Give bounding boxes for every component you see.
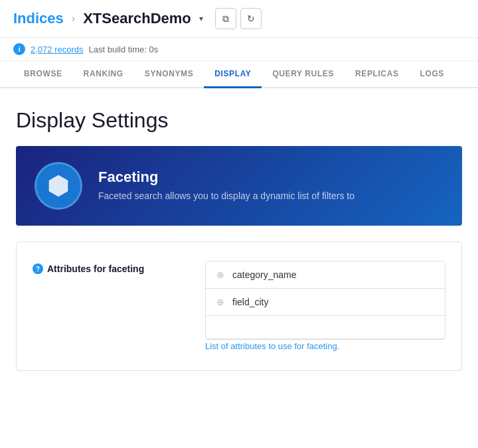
indices-breadcrumb[interactable]: Indices: [13, 10, 64, 27]
attribute-name-2: field_city: [232, 297, 268, 307]
refresh-button[interactable]: ↻: [240, 8, 262, 29]
value-col: ⊕ category_name ⊕ field_city List of att…: [205, 261, 445, 352]
faceting-description: Faceted search allows you to display a d…: [98, 190, 355, 203]
breadcrumb-separator: ›: [72, 13, 75, 25]
copy-button[interactable]: ⧉: [215, 8, 236, 29]
attribute-input-row: [206, 316, 445, 339]
faceting-text: Faceting Faceted search allows you to di…: [98, 169, 355, 203]
attributes-label: Attributes for faceting: [47, 263, 144, 274]
copy-icon: ⧉: [222, 13, 229, 25]
label-help-icon[interactable]: ?: [33, 263, 43, 274]
tab-query-rules[interactable]: QUERY RULES: [262, 61, 345, 88]
new-attribute-input[interactable]: [214, 322, 437, 333]
nav-tabs: BROWSE RANKING SYNONYMS DISPLAY QUERY RU…: [0, 61, 478, 88]
tab-display[interactable]: DISPLAY: [204, 61, 262, 88]
header: Indices › XTSearchDemo ▾ ⧉ ↻: [0, 0, 478, 38]
index-name: XTSearchDemo: [83, 10, 191, 27]
header-actions: ⧉ ↻: [215, 8, 262, 29]
drag-handle-icon[interactable]: ⊕: [216, 269, 224, 280]
refresh-icon: ↻: [247, 13, 255, 24]
tab-synonyms[interactable]: SYNONYMS: [134, 61, 204, 88]
tab-logs[interactable]: LOGS: [410, 61, 455, 88]
index-dropdown-icon[interactable]: ▾: [199, 14, 203, 23]
drag-handle-icon[interactable]: ⊕: [216, 297, 224, 307]
records-link[interactable]: 2,072 records: [31, 44, 84, 54]
build-time: Last build time: 0s: [89, 44, 159, 54]
faceting-icon-circle: [35, 162, 82, 210]
faceting-title: Faceting: [98, 169, 355, 186]
tab-ranking[interactable]: RANKING: [73, 61, 134, 88]
info-bar: i 2,072 records Last build time: 0s: [0, 38, 478, 61]
info-icon: i: [13, 43, 25, 55]
faceting-icon: [45, 173, 72, 199]
label-col: ? Attributes for faceting: [33, 261, 179, 274]
tab-browse[interactable]: BROWSE: [13, 61, 73, 88]
list-item: ⊕ field_city: [206, 289, 445, 316]
list-hint-link[interactable]: List of attributes to use for faceting.: [205, 341, 339, 351]
page-title: Display Settings: [16, 108, 462, 133]
list-item: ⊕ category_name: [206, 261, 445, 289]
svg-marker-0: [49, 175, 68, 196]
page-title-section: Display Settings: [0, 88, 478, 146]
attribute-name-1: category_name: [232, 269, 297, 280]
settings-content: ? Attributes for faceting ⊕ category_nam…: [16, 242, 462, 371]
tab-replicas[interactable]: REPLICAS: [345, 61, 409, 88]
attributes-for-faceting-row: ? Attributes for faceting ⊕ category_nam…: [33, 261, 445, 352]
attribute-list: ⊕ category_name ⊕ field_city: [205, 261, 445, 340]
faceting-card: Faceting Faceted search allows you to di…: [16, 146, 462, 226]
